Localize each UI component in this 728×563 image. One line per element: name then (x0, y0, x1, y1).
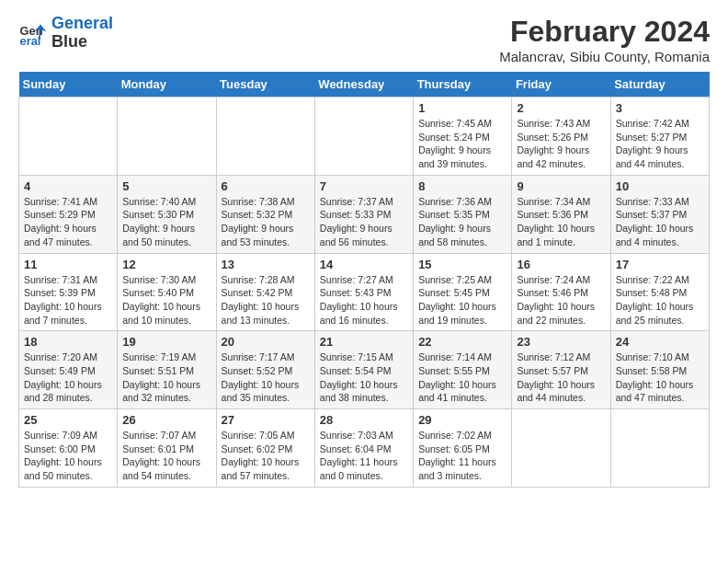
day-number: 16 (517, 258, 605, 271)
day-info: Sunrise: 7:10 AM Sunset: 5:58 PM Dayligh… (616, 350, 704, 405)
day-info: Sunrise: 7:38 AM Sunset: 5:32 PM Dayligh… (222, 195, 310, 249)
day-info: Sunrise: 7:34 AM Sunset: 5:36 PM Dayligh… (517, 195, 605, 249)
calendar-cell: 14Sunrise: 7:27 AM Sunset: 5:43 PM Dayli… (314, 253, 413, 331)
day-number: 14 (320, 258, 408, 271)
day-info: Sunrise: 7:30 AM Sunset: 5:40 PM Dayligh… (122, 273, 210, 327)
day-info: Sunrise: 7:27 AM Sunset: 5:43 PM Dayligh… (320, 273, 408, 327)
calendar-cell: 19Sunrise: 7:19 AM Sunset: 5:51 PM Dayli… (118, 331, 216, 409)
weekday-header-thursday: Thursday (414, 72, 512, 98)
calendar-cell: 18Sunrise: 7:20 AM Sunset: 5:49 PM Dayli… (19, 331, 118, 409)
calendar-cell: 20Sunrise: 7:17 AM Sunset: 5:52 PM Dayli… (216, 331, 314, 409)
day-info: Sunrise: 7:12 AM Sunset: 5:57 PM Dayligh… (517, 350, 605, 405)
page-header: Gen eral GeneralBlue February 2024 Malan… (18, 15, 710, 64)
title-block: February 2024 Malancrav, Sibiu County, R… (499, 15, 710, 64)
calendar-subtitle: Malancrav, Sibiu County, Romania (499, 49, 710, 64)
calendar-cell (216, 98, 314, 176)
calendar-cell: 13Sunrise: 7:28 AM Sunset: 5:42 PM Dayli… (216, 253, 314, 331)
day-number: 22 (418, 335, 506, 349)
calendar-cell: 6Sunrise: 7:38 AM Sunset: 5:32 PM Daylig… (216, 175, 314, 253)
day-info: Sunrise: 7:20 AM Sunset: 5:49 PM Dayligh… (24, 350, 112, 405)
calendar-cell (314, 98, 413, 176)
calendar-week-row: 11Sunrise: 7:31 AM Sunset: 5:39 PM Dayli… (19, 253, 710, 331)
day-number: 29 (418, 413, 506, 427)
day-info: Sunrise: 7:28 AM Sunset: 5:42 PM Dayligh… (222, 273, 310, 327)
day-number: 3 (616, 101, 704, 115)
calendar-cell: 16Sunrise: 7:24 AM Sunset: 5:46 PM Dayli… (512, 253, 610, 331)
day-number: 7 (320, 179, 408, 193)
calendar-cell (610, 409, 709, 488)
day-info: Sunrise: 7:14 AM Sunset: 5:55 PM Dayligh… (418, 350, 506, 405)
calendar-cell: 17Sunrise: 7:22 AM Sunset: 5:48 PM Dayli… (610, 253, 709, 331)
day-number: 13 (222, 258, 310, 271)
calendar-cell: 28Sunrise: 7:03 AM Sunset: 6:04 PM Dayli… (314, 409, 413, 488)
day-info: Sunrise: 7:37 AM Sunset: 5:33 PM Dayligh… (320, 195, 408, 249)
day-info: Sunrise: 7:15 AM Sunset: 5:54 PM Dayligh… (320, 350, 408, 405)
logo: Gen eral GeneralBlue (18, 15, 113, 52)
weekday-header-friday: Friday (512, 72, 610, 98)
weekday-header-row: SundayMondayTuesdayWednesdayThursdayFrid… (19, 72, 710, 98)
day-number: 15 (418, 258, 506, 271)
svg-text:eral: eral (20, 34, 41, 48)
day-number: 26 (122, 413, 210, 427)
calendar-cell: 25Sunrise: 7:09 AM Sunset: 6:00 PM Dayli… (19, 409, 118, 488)
calendar-week-row: 1Sunrise: 7:45 AM Sunset: 5:24 PM Daylig… (19, 98, 710, 176)
day-info: Sunrise: 7:42 AM Sunset: 5:27 PM Dayligh… (616, 117, 704, 171)
calendar-cell: 24Sunrise: 7:10 AM Sunset: 5:58 PM Dayli… (610, 331, 709, 409)
day-number: 28 (320, 413, 408, 427)
calendar-title: February 2024 (499, 15, 710, 49)
calendar-cell: 23Sunrise: 7:12 AM Sunset: 5:57 PM Dayli… (512, 331, 610, 409)
day-number: 8 (418, 179, 506, 193)
calendar-cell: 22Sunrise: 7:14 AM Sunset: 5:55 PM Dayli… (414, 331, 512, 409)
calendar-cell: 11Sunrise: 7:31 AM Sunset: 5:39 PM Dayli… (19, 253, 118, 331)
day-number: 18 (24, 335, 112, 349)
calendar-cell: 5Sunrise: 7:40 AM Sunset: 5:30 PM Daylig… (118, 175, 216, 253)
day-number: 24 (616, 335, 704, 349)
day-number: 25 (24, 413, 112, 427)
day-number: 5 (122, 179, 210, 193)
day-info: Sunrise: 7:09 AM Sunset: 6:00 PM Dayligh… (24, 429, 112, 483)
weekday-header-wednesday: Wednesday (314, 72, 413, 98)
calendar-cell: 8Sunrise: 7:36 AM Sunset: 5:35 PM Daylig… (414, 175, 512, 253)
day-number: 19 (122, 335, 210, 349)
day-info: Sunrise: 7:36 AM Sunset: 5:35 PM Dayligh… (418, 195, 506, 249)
day-number: 10 (616, 179, 704, 193)
day-number: 17 (616, 258, 704, 271)
day-info: Sunrise: 7:45 AM Sunset: 5:24 PM Dayligh… (418, 117, 506, 171)
day-number: 6 (222, 179, 310, 193)
calendar-cell: 15Sunrise: 7:25 AM Sunset: 5:45 PM Dayli… (414, 253, 512, 331)
calendar-week-row: 25Sunrise: 7:09 AM Sunset: 6:00 PM Dayli… (19, 409, 710, 488)
day-info: Sunrise: 7:40 AM Sunset: 5:30 PM Dayligh… (122, 195, 210, 249)
day-info: Sunrise: 7:43 AM Sunset: 5:26 PM Dayligh… (517, 117, 605, 171)
calendar-cell: 4Sunrise: 7:41 AM Sunset: 5:29 PM Daylig… (19, 175, 118, 253)
day-info: Sunrise: 7:07 AM Sunset: 6:01 PM Dayligh… (122, 429, 210, 483)
calendar-cell: 26Sunrise: 7:07 AM Sunset: 6:01 PM Dayli… (118, 409, 216, 488)
day-number: 1 (418, 101, 506, 115)
calendar-cell: 2Sunrise: 7:43 AM Sunset: 5:26 PM Daylig… (512, 98, 610, 176)
logo-icon: Gen eral (18, 18, 48, 48)
calendar-cell: 10Sunrise: 7:33 AM Sunset: 5:37 PM Dayli… (610, 175, 709, 253)
day-number: 20 (222, 335, 310, 349)
calendar-cell: 27Sunrise: 7:05 AM Sunset: 6:02 PM Dayli… (216, 409, 314, 488)
day-info: Sunrise: 7:22 AM Sunset: 5:48 PM Dayligh… (616, 273, 704, 327)
calendar-cell: 21Sunrise: 7:15 AM Sunset: 5:54 PM Dayli… (314, 331, 413, 409)
calendar-cell: 29Sunrise: 7:02 AM Sunset: 6:05 PM Dayli… (414, 409, 512, 488)
day-number: 4 (24, 179, 112, 193)
day-info: Sunrise: 7:41 AM Sunset: 5:29 PM Dayligh… (24, 195, 112, 249)
calendar-table: SundayMondayTuesdayWednesdayThursdayFrid… (18, 72, 710, 488)
day-info: Sunrise: 7:03 AM Sunset: 6:04 PM Dayligh… (320, 429, 408, 483)
calendar-cell: 1Sunrise: 7:45 AM Sunset: 5:24 PM Daylig… (414, 98, 512, 176)
day-number: 12 (122, 258, 210, 271)
calendar-week-row: 4Sunrise: 7:41 AM Sunset: 5:29 PM Daylig… (19, 175, 710, 253)
day-info: Sunrise: 7:05 AM Sunset: 6:02 PM Dayligh… (222, 429, 310, 483)
day-number: 2 (517, 101, 605, 115)
weekday-header-saturday: Saturday (610, 72, 709, 98)
logo-name: GeneralBlue (51, 15, 113, 52)
day-number: 11 (24, 258, 112, 271)
weekday-header-monday: Monday (118, 72, 216, 98)
weekday-header-sunday: Sunday (19, 72, 118, 98)
day-info: Sunrise: 7:17 AM Sunset: 5:52 PM Dayligh… (222, 350, 310, 405)
day-number: 23 (517, 335, 605, 349)
calendar-cell (512, 409, 610, 488)
calendar-cell (118, 98, 216, 176)
day-info: Sunrise: 7:33 AM Sunset: 5:37 PM Dayligh… (616, 195, 704, 249)
